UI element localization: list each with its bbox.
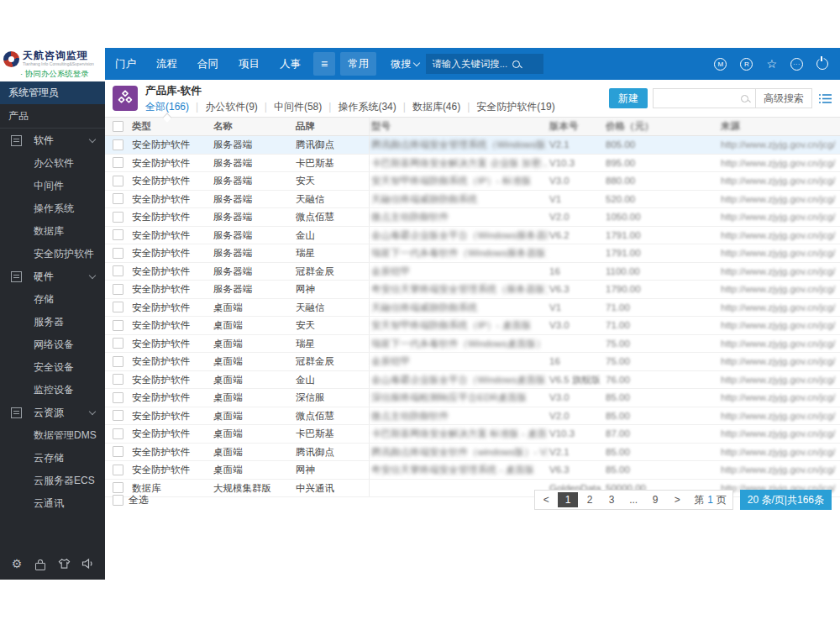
sidebar-item[interactable]: 监控设备 (0, 379, 105, 402)
table-row[interactable]: 安全防护软件服务器端网神奇安信天擎终端安全管理系统（服务器版）V6.31790.… (105, 281, 840, 299)
more-options-icon[interactable]: ··· (790, 58, 803, 71)
row-checkbox[interactable] (113, 139, 123, 150)
row-checkbox[interactable] (113, 265, 123, 276)
table-row[interactable]: 安全防护软件服务器端安天安天智甲终端防御系统（IP）- 标准版V3.0880.0… (105, 172, 840, 191)
sound-speaker-icon[interactable] (80, 555, 97, 572)
top-nav-item[interactable]: 人事 (270, 57, 311, 71)
sidebar-section[interactable]: 软件 (0, 129, 105, 152)
table-search-input[interactable] (654, 89, 741, 108)
tab-3[interactable]: 操作系统(34) (338, 100, 396, 114)
settings-gear-icon[interactable]: ⚙ (8, 555, 25, 572)
nav-item-pinned[interactable]: 常用 (340, 52, 376, 76)
table-row[interactable]: 安全防护软件桌面端深信服深信服终端检测响应平台EDR桌面版V3.085.00ht… (105, 389, 840, 407)
page-button-9[interactable]: 9 (645, 492, 665, 507)
row-checkbox[interactable] (113, 302, 123, 312)
tab-4[interactable]: 数据库(46) (412, 100, 460, 114)
top-nav-item[interactable]: 项目 (228, 57, 270, 71)
row-checkbox[interactable] (113, 248, 123, 259)
page-button-1[interactable]: 1 (558, 492, 578, 507)
sidebar-item[interactable]: 存储 (0, 288, 105, 311)
sidebar-item[interactable]: 网络设备 (0, 333, 105, 356)
table-row[interactable]: 安全防护软件服务器端冠群金辰金辰铠甲161100.00http://www.zj… (105, 263, 840, 281)
table-row[interactable]: 安全防护软件桌面端瑞星瑞星下一代杀毒软件（Windows桌面版）75.00htt… (105, 335, 840, 354)
row-checkbox[interactable] (113, 193, 123, 204)
sidebar-item[interactable]: 中间件 (0, 175, 105, 197)
sidebar-item[interactable]: 云服务器ECS (0, 470, 105, 492)
row-checkbox[interactable] (113, 465, 123, 475)
table-row[interactable]: 安全防护软件服务器端卡巴斯基卡巴斯基网络安全解决方案 企业版 加密...V10.… (105, 155, 840, 173)
page-button-3[interactable]: 3 (601, 492, 622, 507)
top-nav-item[interactable]: 门户 (105, 57, 146, 71)
select-all-checkbox[interactable] (113, 495, 123, 506)
tab-2[interactable]: 中间件(58) (274, 100, 322, 114)
row-checkbox[interactable] (113, 392, 123, 403)
global-search-input[interactable]: 请输入关键词搜... (426, 54, 543, 74)
row-checkbox[interactable] (113, 157, 123, 168)
row-checkbox[interactable] (113, 212, 123, 223)
row-checkbox[interactable] (113, 428, 123, 439)
row-checkbox[interactable] (113, 320, 123, 331)
table-row[interactable]: 安全防护软件服务器端瑞星瑞星下一代杀毒软件（Windows服务器版）1791.0… (105, 244, 840, 263)
sidebar-item[interactable]: 安全防护软件 (0, 243, 105, 265)
table-row[interactable]: 安全防护软件桌面端金山金山毒霸企业版全平台（Windows桌面版）V6.5 旗舰… (105, 371, 840, 390)
r-badge-icon[interactable]: R (740, 58, 753, 71)
m-badge-icon[interactable]: M (714, 58, 727, 71)
page-button-2[interactable]: 2 (580, 492, 600, 507)
sidebar-item[interactable]: 服务器 (0, 311, 105, 333)
table-row[interactable]: 安全防护软件服务器端金山金山毒霸企业版全平台（Windows服务器版）V6.21… (105, 227, 840, 245)
advanced-search-button[interactable]: 高级搜索 (755, 89, 811, 108)
current-page-number[interactable]: 1 (707, 494, 713, 506)
row-checkbox[interactable] (113, 229, 123, 240)
row-checkbox[interactable] (113, 446, 123, 457)
table-cell: 金辰铠甲 (370, 353, 548, 370)
table-row[interactable]: 安全防护软件服务器端微点佰慧微点主动防御软件V2.01050.00http://… (105, 208, 840, 227)
row-checkbox[interactable] (113, 284, 123, 295)
sidebar-section[interactable]: 云资源 (0, 402, 105, 424)
sidebar-item[interactable]: 操作系统 (0, 197, 105, 220)
apps-menu-button[interactable]: ≡ (313, 52, 335, 76)
table-row[interactable]: 安全防护软件桌面端腾讯御点腾讯御点终端安全软件（windows版）- V2.1V… (105, 444, 840, 462)
row-checkbox[interactable] (113, 338, 123, 349)
power-icon[interactable] (816, 58, 828, 70)
table-row[interactable]: 安全防护软件桌面端天融信天融信终端威胁防御系统V171.00http://www… (105, 299, 840, 318)
theme-shirt-icon[interactable] (56, 555, 73, 572)
sidebar-item[interactable]: 云存储 (0, 447, 105, 470)
tab-all[interactable]: 全部(166) (145, 100, 189, 114)
table-row[interactable]: 安全防护软件桌面端冠群金辰金辰铠甲1675.00http://www.zjyjg… (105, 353, 840, 371)
top-nav-item[interactable]: 合同 (187, 57, 228, 71)
header-controls: 新建 高级搜索 (609, 88, 832, 108)
row-checkbox[interactable] (113, 374, 123, 385)
table-row[interactable]: 安全防护软件服务器端天融信天融信终端威胁防御系统V1520.00http://w… (105, 191, 840, 209)
row-checkbox[interactable] (113, 410, 123, 421)
sidebar-item[interactable]: 云通讯 (0, 492, 105, 515)
sidebar-item[interactable]: 办公软件 (0, 152, 105, 175)
top-nav-item[interactable]: 流程 (146, 57, 187, 71)
column-header: 名称 (212, 118, 294, 135)
wesearch-dropdown[interactable]: 微搜 (391, 57, 419, 71)
sidebar-item-product[interactable]: 产品 (0, 104, 105, 129)
tab-1[interactable]: 办公软件(9) (205, 100, 258, 114)
sidebar-item[interactable]: 数据管理DMS (0, 424, 105, 447)
category-icon (11, 271, 22, 282)
sidebar-item[interactable]: 数据库 (0, 220, 105, 243)
table-cell: http://www.zjyjg.gov.cn/jcg/ (719, 263, 840, 281)
login-system-label: · 协同办公系统登录 (3, 69, 105, 80)
table-cell: 服务器端 (212, 136, 294, 154)
table-row[interactable]: 安全防护软件服务器端腾讯御点腾讯御点终端安全管理系统（Windows版）V2.1… (105, 136, 840, 155)
list-view-icon[interactable] (819, 93, 832, 104)
new-button[interactable]: 新建 (609, 88, 648, 108)
prev-page-button[interactable]: < (536, 492, 556, 507)
table-row[interactable]: 安全防护软件桌面端卡巴斯基卡巴斯基网络安全解决方案 标准版 - 桌面...V10… (105, 425, 840, 444)
sidebar-item[interactable]: 安全设备 (0, 356, 105, 379)
row-checkbox[interactable] (113, 176, 123, 186)
favorites-star-icon[interactable]: ☆ (766, 58, 777, 70)
header-checkbox[interactable] (113, 121, 123, 132)
next-page-button[interactable]: > (667, 492, 687, 507)
row-checkbox[interactable] (113, 356, 123, 367)
tab-5[interactable]: 安全防护软件(19) (476, 100, 554, 114)
table-row[interactable]: 安全防护软件桌面端安天安天智甲终端防御系统（IP）- 桌面版V3.071.00h… (105, 317, 840, 335)
table-row[interactable]: 安全防护软件桌面端微点佰慧微点主动防御软件V2.085.00http://www… (105, 407, 840, 426)
sidebar-section[interactable]: 硬件 (0, 265, 105, 288)
table-row[interactable]: 安全防护软件桌面端网神奇安信天擎终端安全管理系统 - 桌面版V6.385.00h… (105, 461, 840, 480)
lock-icon[interactable] (32, 555, 49, 572)
